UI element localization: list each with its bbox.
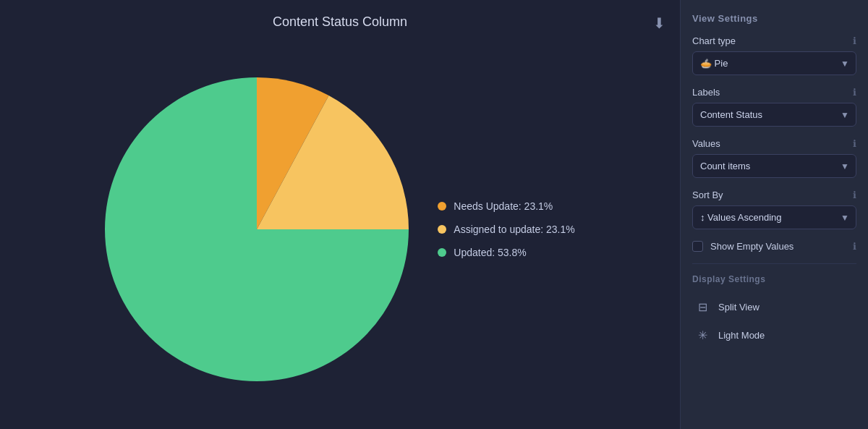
sort-by-label-row: Sort By ℹ xyxy=(692,190,856,200)
settings-panel: View Settings Chart type ℹ 🥧 Pie Bar Lin… xyxy=(680,0,868,429)
sort-by-select-wrapper: ↕ Values Ascending ↕ Values Descending L… xyxy=(692,205,856,229)
sort-by-label: Sort By xyxy=(692,190,723,200)
values-label: Values xyxy=(692,138,720,149)
legend-item-assigned: Assigned to update: 23.1% xyxy=(438,224,574,235)
values-select-wrapper: Count items Sum Average ▼ xyxy=(692,154,856,178)
legend-dot-assigned xyxy=(438,225,446,234)
labels-select[interactable]: Content Status xyxy=(692,103,856,127)
legend-dot-needs-update xyxy=(438,202,446,211)
legend-label-assigned: Assigned to update: 23.1% xyxy=(454,224,574,235)
labels-section: Labels ℹ Content Status ▼ xyxy=(692,87,856,127)
values-select[interactable]: Count items Sum Average xyxy=(692,154,856,178)
labels-label-row: Labels ℹ xyxy=(692,87,856,98)
sort-by-info-icon[interactable]: ℹ xyxy=(853,190,856,200)
chart-type-select[interactable]: 🥧 Pie Bar Line Donut xyxy=(692,51,856,75)
chart-area: Content Status Column ⬇ Needs Update: 23… xyxy=(0,0,680,429)
panel-title: View Settings xyxy=(692,13,856,24)
settings-divider xyxy=(692,263,856,264)
light-mode-icon: ✳ xyxy=(695,328,710,342)
values-info-icon[interactable]: ℹ xyxy=(853,138,856,149)
pie-chart xyxy=(105,77,409,381)
labels-info-icon[interactable]: ℹ xyxy=(853,87,856,98)
legend-label-needs-update: Needs Update: 23.1% xyxy=(454,200,553,212)
chart-type-label-row: Chart type ℹ xyxy=(692,35,856,46)
sort-by-section: Sort By ℹ ↕ Values Ascending ↕ Values De… xyxy=(692,190,856,229)
chart-with-legend: Needs Update: 23.1% Assigned to update: … xyxy=(105,77,574,381)
values-label-row: Values ℹ xyxy=(692,138,856,149)
chart-type-label: Chart type xyxy=(692,35,736,46)
download-icon[interactable]: ⬇ xyxy=(653,14,665,32)
show-empty-info-icon[interactable]: ℹ xyxy=(853,241,856,252)
values-section: Values ℹ Count items Sum Average ▼ xyxy=(692,138,856,178)
chart-container: Needs Update: 23.1% Assigned to update: … xyxy=(14,37,665,422)
show-empty-values-checkbox[interactable] xyxy=(692,241,703,252)
legend-item-updated: Updated: 53.8% xyxy=(438,247,574,258)
light-mode-label: Light Mode xyxy=(718,330,765,341)
chart-legend: Needs Update: 23.1% Assigned to update: … xyxy=(438,200,574,258)
chart-title: Content Status Column xyxy=(273,14,407,30)
chart-type-section: Chart type ℹ 🥧 Pie Bar Line Donut ▼ xyxy=(692,35,856,75)
legend-dot-updated xyxy=(438,248,446,257)
labels-select-wrapper: Content Status ▼ xyxy=(692,103,856,127)
split-view-option[interactable]: ⊟ Split View xyxy=(692,294,856,320)
split-view-icon: ⊟ xyxy=(695,300,710,314)
split-view-label: Split View xyxy=(718,302,760,313)
chart-type-select-wrapper: 🥧 Pie Bar Line Donut ▼ xyxy=(692,51,856,75)
chart-type-info-icon[interactable]: ℹ xyxy=(853,35,856,46)
show-empty-values-label: Show Empty Values xyxy=(710,241,846,252)
light-mode-option[interactable]: ✳ Light Mode xyxy=(692,323,856,348)
labels-label: Labels xyxy=(692,87,720,98)
show-empty-values-row: Show Empty Values ℹ xyxy=(692,241,856,252)
display-settings-title: Display Settings xyxy=(692,274,856,284)
legend-item-needs-update: Needs Update: 23.1% xyxy=(438,200,574,212)
legend-label-updated: Updated: 53.8% xyxy=(454,247,526,258)
sort-by-select[interactable]: ↕ Values Ascending ↕ Values Descending L… xyxy=(692,205,856,229)
